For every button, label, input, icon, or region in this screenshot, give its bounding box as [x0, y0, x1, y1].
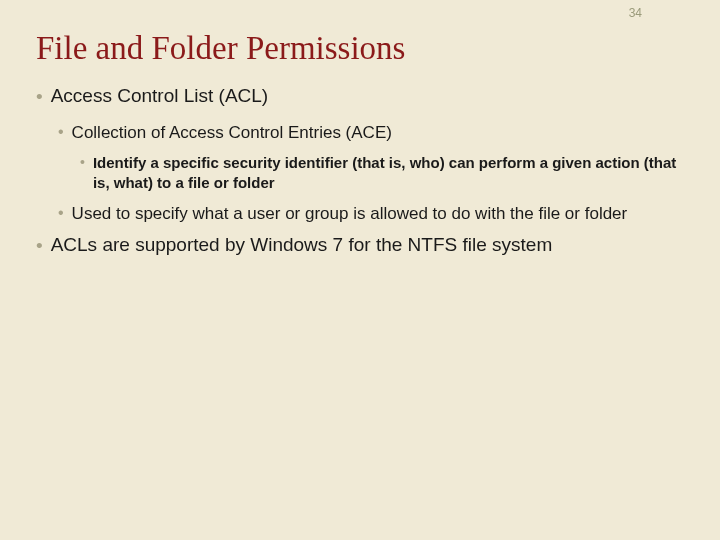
- bullet-icon: •: [36, 85, 43, 110]
- bullet-text: Collection of Access Control Entries (AC…: [72, 122, 392, 145]
- bullet-icon: •: [58, 203, 64, 224]
- list-item: • ACLs are supported by Windows 7 for th…: [36, 234, 684, 259]
- list-item: • Identify a specific security identifie…: [80, 153, 684, 194]
- bullet-text: Access Control List (ACL): [51, 85, 269, 107]
- bullet-text: Identify a specific security identifier …: [93, 153, 684, 194]
- bullet-icon: •: [36, 234, 43, 259]
- bullet-text: Used to specify what a user or group is …: [72, 203, 628, 226]
- slide-title: File and Folder Permissions: [36, 30, 684, 67]
- list-item: • Used to specify what a user or group i…: [58, 203, 684, 226]
- bullet-icon: •: [80, 153, 85, 171]
- list-item: • Access Control List (ACL): [36, 85, 684, 110]
- bullet-list: • Access Control List (ACL) • Collection…: [36, 85, 684, 259]
- page-number: 34: [629, 6, 642, 20]
- list-item: • Collection of Access Control Entries (…: [58, 122, 684, 145]
- bullet-icon: •: [58, 122, 64, 143]
- bullet-text: ACLs are supported by Windows 7 for the …: [51, 234, 553, 256]
